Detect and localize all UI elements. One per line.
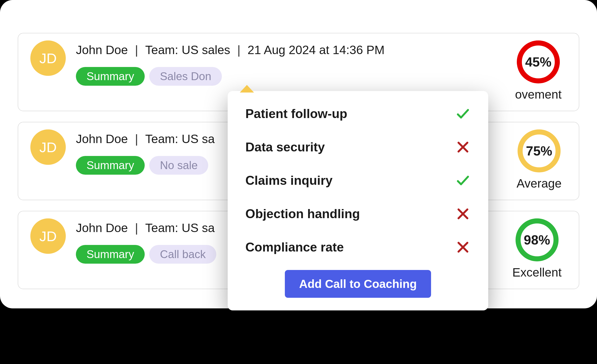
checklist-item: Patient follow-up	[245, 106, 471, 121]
checklist-label: Data security	[245, 140, 325, 154]
avatar-initials: JD	[39, 228, 57, 244]
add-call-to-coaching-button[interactable]: Add Call to Coaching	[285, 270, 431, 298]
checklist-item: Compliance rate	[245, 240, 471, 255]
score-label: ovement	[515, 87, 562, 101]
score-value: 45%	[525, 54, 551, 70]
summary-pill[interactable]: Summary	[76, 67, 145, 86]
checklist-item: Objection handling	[245, 206, 471, 221]
pill-row: Summary Sales Don	[76, 67, 515, 86]
separator: |	[135, 221, 138, 235]
call-info: John Doe | Team: US sales | 21 Aug 2024 …	[76, 40, 515, 86]
tag-pill[interactable]: No sale	[149, 156, 208, 175]
separator: |	[135, 43, 138, 57]
score-badge: 45% ovement	[515, 40, 562, 101]
score-ring: 75%	[518, 129, 561, 172]
score-ring: 45%	[517, 40, 560, 83]
avatar: JD	[30, 40, 66, 76]
summary-pill[interactable]: Summary	[76, 245, 145, 264]
score-badge: 98% Excellent	[512, 218, 562, 279]
avatar-initials: JD	[39, 50, 57, 66]
team-label: Team: US sa	[145, 221, 215, 235]
checklist-label: Patient follow-up	[245, 106, 347, 121]
checklist-label: Compliance rate	[245, 240, 344, 255]
summary-pill[interactable]: Summary	[76, 156, 145, 175]
checklist-item: Claims inquiry	[245, 173, 471, 188]
score-ring: 98%	[516, 218, 559, 261]
cross-icon	[455, 240, 471, 255]
checklist-label: Objection handling	[245, 207, 360, 221]
team-label: Team: US sa	[145, 132, 215, 146]
summary-popover: Patient follow-up Data security Claims i…	[228, 91, 488, 310]
score-label: Average	[517, 176, 562, 190]
caller-name: John Doe	[76, 43, 128, 57]
avatar-initials: JD	[39, 139, 57, 155]
team-label: Team: US sales	[145, 43, 230, 57]
checklist-item: Data security	[245, 140, 471, 155]
avatar: JD	[30, 129, 66, 165]
call-timestamp: 21 Aug 2024 at 14:36 PM	[248, 43, 385, 57]
call-header: John Doe | Team: US sales | 21 Aug 2024 …	[76, 43, 515, 57]
separator: |	[135, 132, 138, 146]
tag-pill[interactable]: Call back	[149, 245, 216, 264]
cross-icon	[455, 140, 471, 155]
check-icon	[455, 106, 471, 121]
checklist-label: Claims inquiry	[245, 173, 333, 188]
score-label: Excellent	[512, 265, 562, 279]
caller-name: John Doe	[76, 221, 128, 235]
separator: |	[237, 43, 240, 57]
tag-pill[interactable]: Sales Don	[149, 67, 222, 86]
score-value: 75%	[526, 143, 552, 158]
caller-name: John Doe	[76, 132, 128, 146]
score-badge: 75% Average	[517, 129, 562, 190]
avatar: JD	[30, 218, 66, 254]
score-value: 98%	[524, 232, 550, 247]
cross-icon	[455, 206, 471, 221]
check-icon	[455, 173, 471, 188]
